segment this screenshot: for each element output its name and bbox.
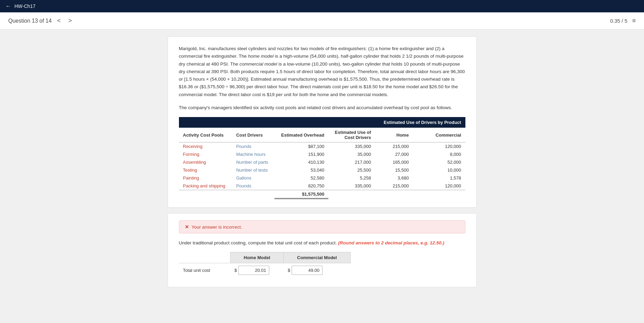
round-note: (Round answers to 2 decimal places, e.g.… bbox=[338, 240, 444, 245]
pool-cell: Receiving bbox=[179, 142, 232, 151]
table-row: Assembling Number of parts 410,130 217,0… bbox=[179, 158, 465, 166]
commercial-cost-input[interactable] bbox=[292, 266, 323, 275]
col-header-commercial: Commercial bbox=[413, 128, 465, 142]
driver-cell: Number of parts bbox=[232, 158, 274, 166]
pool-cell: Testing bbox=[179, 166, 232, 174]
overhead-cell: 52,580 bbox=[274, 174, 328, 182]
question-nav-bar: Question 13 of 14 < > 0.35 / 5 ≡ bbox=[0, 12, 644, 30]
commercial-cell: 8,000 bbox=[413, 150, 465, 158]
driver-cell: Pounds bbox=[232, 182, 274, 190]
driver-cell: Machine hours bbox=[232, 150, 274, 158]
table-row: Receiving Pounds $87,100 335,000 215,000… bbox=[179, 142, 465, 151]
pool-cell: Forming bbox=[179, 150, 232, 158]
question-nav-left: Question 13 of 14 < > bbox=[8, 16, 74, 25]
total-row: $1,575,500 bbox=[179, 190, 465, 199]
est-use-cell: 335,000 bbox=[328, 142, 375, 151]
total-driver-label bbox=[232, 190, 274, 199]
answer-commercial-header: Commercial Model bbox=[284, 252, 350, 263]
pool-cell: Painting bbox=[179, 174, 232, 182]
total-unit-cost-label: Total unit cost bbox=[179, 263, 230, 278]
commercial-input-group: $ bbox=[288, 266, 346, 275]
answer-card: ✕ Your answer is incorrect. Under tradit… bbox=[168, 213, 477, 287]
incorrect-icon: ✕ bbox=[185, 224, 189, 230]
home-cell: 215,000 bbox=[375, 182, 413, 190]
driver-cell: Pounds bbox=[232, 142, 274, 151]
driver-cell: Number of tests bbox=[232, 166, 274, 174]
total-commercial bbox=[413, 190, 465, 199]
pool-cell: Packing and shipping bbox=[179, 182, 232, 190]
home-dollar-sign: $ bbox=[235, 268, 237, 273]
home-cell: 27,000 bbox=[375, 150, 413, 158]
cost-pool-table: Estimated Use of Drivers by Product Acti… bbox=[179, 117, 465, 199]
answer-table-header-row: Home Model Commercial Model bbox=[179, 252, 351, 263]
back-button[interactable]: ← bbox=[5, 3, 11, 9]
overhead-cell: 820,750 bbox=[274, 182, 328, 190]
home-cell: 215,000 bbox=[375, 142, 413, 151]
problem-paragraph-2: The company's managers identified six ac… bbox=[179, 104, 465, 112]
incorrect-text: Your answer is incorrect. bbox=[192, 224, 242, 230]
table-row: Forming Machine hours 151,900 35,000 27,… bbox=[179, 150, 465, 158]
question-label: Question 13 of 14 bbox=[8, 18, 52, 24]
home-cell: 3,680 bbox=[375, 174, 413, 182]
est-use-cell: 217,000 bbox=[328, 158, 375, 166]
cost-pool-table-body: Receiving Pounds $87,100 335,000 215,000… bbox=[179, 142, 465, 199]
home-input-group: $ bbox=[235, 266, 280, 275]
commercial-cell: 120,000 bbox=[413, 142, 465, 151]
total-est-use bbox=[328, 190, 375, 199]
commercial-cell: 52,000 bbox=[413, 158, 465, 166]
commercial-dollar-sign: $ bbox=[288, 268, 290, 273]
table-header-top: Estimated Use of Drivers by Product bbox=[179, 117, 465, 128]
question-nav-right: 0.35 / 5 ≡ bbox=[610, 17, 636, 24]
main-content: Marigold, Inc. manufactures steel cylind… bbox=[168, 36, 477, 287]
answer-table: Home Model Commercial Model Total unit c… bbox=[179, 252, 351, 277]
col-header-est-use: Estimated Use ofCost Drivers bbox=[328, 128, 375, 142]
top-bar: ← HW-Ch17 bbox=[0, 0, 644, 12]
col-header-overhead: Estimated Overhead bbox=[274, 128, 328, 142]
col-header-pools: Activity Cost Pools bbox=[179, 128, 232, 142]
incorrect-banner: ✕ Your answer is incorrect. bbox=[179, 220, 465, 233]
est-use-cell: 5,258 bbox=[328, 174, 375, 182]
total-home bbox=[375, 190, 413, 199]
home-cell: 165,000 bbox=[375, 158, 413, 166]
instruction-text: Under traditional product costing, compu… bbox=[179, 240, 465, 246]
page-title: HW-Ch17 bbox=[14, 3, 35, 9]
table-row: Packing and shipping Pounds 820,750 335,… bbox=[179, 182, 465, 190]
drivers-by-product-header: Estimated Use of Drivers by Product bbox=[375, 117, 465, 128]
problem-card: Marigold, Inc. manufactures steel cylind… bbox=[168, 36, 477, 208]
table-row: Testing Number of tests 53,040 25,500 15… bbox=[179, 166, 465, 174]
commercial-cell: 10,000 bbox=[413, 166, 465, 174]
est-use-cell: 25,500 bbox=[328, 166, 375, 174]
total-pool-label bbox=[179, 190, 232, 199]
home-model-cost-cell: $ bbox=[230, 263, 284, 278]
overhead-cell: 151,900 bbox=[274, 150, 328, 158]
col-header-drivers: Cost Drivers bbox=[232, 128, 274, 142]
col-header-home: Home bbox=[375, 128, 413, 142]
answer-home-header: Home Model bbox=[230, 252, 284, 263]
overhead-cell: 53,040 bbox=[274, 166, 328, 174]
commercial-model-cost-cell: $ bbox=[284, 263, 350, 278]
next-question-button[interactable]: > bbox=[66, 16, 74, 25]
problem-paragraph-1: Marigold, Inc. manufactures steel cylind… bbox=[179, 45, 465, 99]
home-cost-input[interactable] bbox=[238, 266, 269, 275]
score-display: 0.35 / 5 bbox=[610, 18, 627, 24]
cost-pool-table-wrapper: Estimated Use of Drivers by Product Acti… bbox=[179, 117, 465, 199]
est-use-cell: 35,000 bbox=[328, 150, 375, 158]
commercial-cell: 120,000 bbox=[413, 182, 465, 190]
pool-cell: Assembling bbox=[179, 158, 232, 166]
home-cell: 15,500 bbox=[375, 166, 413, 174]
est-use-cell: 335,000 bbox=[328, 182, 375, 190]
driver-cell: Gallons bbox=[232, 174, 274, 182]
answer-table-row: Total unit cost $ $ bbox=[179, 263, 351, 278]
table-header-bottom: Activity Cost Pools Cost Drivers Estimat… bbox=[179, 128, 465, 142]
answer-empty-header bbox=[179, 252, 230, 263]
total-overhead-value: $1,575,500 bbox=[274, 190, 328, 199]
commercial-cell: 1,578 bbox=[413, 174, 465, 182]
overhead-cell: 410,130 bbox=[274, 158, 328, 166]
overhead-cell: $87,100 bbox=[274, 142, 328, 151]
prev-question-button[interactable]: < bbox=[55, 16, 63, 25]
table-row: Painting Gallons 52,580 5,258 3,680 1,57… bbox=[179, 174, 465, 182]
list-icon[interactable]: ≡ bbox=[632, 17, 636, 24]
